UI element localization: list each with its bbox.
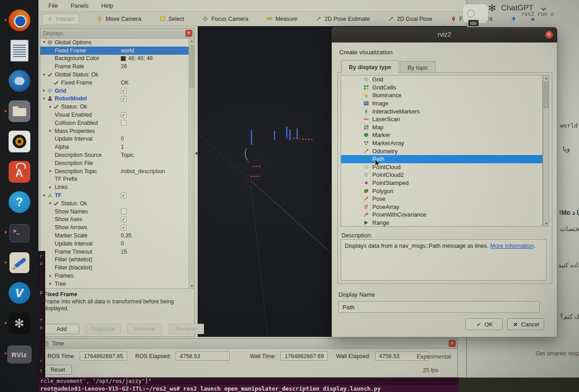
menu-panels[interactable]: Panels <box>65 1 94 10</box>
display-type-pointstamped[interactable]: PointStamped <box>341 179 542 187</box>
reset-button[interactable]: Reset <box>44 365 72 375</box>
displays-row-global-status-ok[interactable]: Global Status: Ok <box>40 71 190 79</box>
expander-right-icon[interactable] <box>47 104 53 109</box>
property-value[interactable]: 1 <box>121 144 124 150</box>
displays-row-robotmodel[interactable]: RobotModel✓ <box>40 95 190 103</box>
time-field-value[interactable]: 4758.53 <box>176 351 230 361</box>
property-value[interactable] <box>121 208 127 214</box>
checkbox-off[interactable] <box>121 120 127 126</box>
displays-row-collision-enabled[interactable]: Collision Enabled <box>40 119 190 127</box>
expander-right-icon[interactable] <box>47 169 53 174</box>
scrollbar-thumb[interactable] <box>190 45 194 88</box>
scroll-up-icon[interactable]: ▲ <box>190 39 194 43</box>
display-type-map[interactable]: Map <box>341 123 542 132</box>
property-value[interactable]: ✓ <box>121 96 127 102</box>
display-type-laserscan[interactable]: LaserScan <box>341 115 542 123</box>
displays-row-background-color[interactable]: Background Color48; 48; 48 <box>40 55 190 63</box>
display-type-range[interactable]: Range <box>341 219 542 227</box>
display-type-posewithcovariance[interactable]: PoseWithCovariance <box>341 211 542 219</box>
displays-row-marker-scale[interactable]: Marker Scale0.35 <box>40 231 190 240</box>
tab-by-topic[interactable]: By topic <box>400 61 436 73</box>
more-information-link[interactable]: More Information <box>490 242 534 249</box>
expander-down-icon[interactable] <box>41 40 47 45</box>
property-value[interactable]: 0 <box>121 241 124 247</box>
remove-button[interactable]: Remove <box>127 324 162 334</box>
checkbox-off[interactable] <box>121 208 127 214</box>
dock-thunderbird-mail[interactable] <box>4 69 35 93</box>
tool-add-tool[interactable] <box>506 14 521 24</box>
property-value[interactable]: ✓ <box>121 193 127 198</box>
tool-measure[interactable]: Measure <box>262 14 302 24</box>
property-value[interactable]: Topic <box>121 152 134 158</box>
dock-chatgpt[interactable]: ✻ <box>4 311 35 335</box>
displays-row-links[interactable]: Links <box>40 183 190 191</box>
displays-row-filter-whitelist-[interactable]: Filter (whitelist) <box>40 256 190 264</box>
cancel-button[interactable]: Cancel <box>507 318 544 330</box>
property-value[interactable]: 0.35 <box>121 232 132 239</box>
dock-libreoffice-writer[interactable] <box>4 38 35 63</box>
displays-row-status-ok[interactable]: Status: Ok <box>40 199 190 208</box>
displays-row-description-source[interactable]: Description SourceTopic <box>40 151 190 159</box>
expander-down-icon[interactable] <box>41 72 47 77</box>
display-type-path[interactable]: Path <box>341 155 542 163</box>
scrollbar-thumb[interactable] <box>544 82 548 108</box>
displays-row-frame-timeout[interactable]: Frame Timeout15 <box>40 248 190 256</box>
expander-right-icon[interactable] <box>47 281 53 286</box>
displays-close-button[interactable]: ✕ <box>185 30 192 37</box>
tool-interact[interactable]: Interact <box>42 14 79 24</box>
time-close-button[interactable]: ✕ <box>449 340 456 347</box>
expander-right-icon[interactable] <box>47 201 53 206</box>
displays-row-grid[interactable]: Grid✓ <box>40 87 190 95</box>
property-value[interactable]: 15 <box>121 249 127 255</box>
expander-down-icon[interactable] <box>41 96 47 101</box>
dialog-titlebar[interactable]: rviz2 ✕ <box>332 27 557 43</box>
terminal-window[interactable]: rcle_movement', '/opt/ros/jazzy']" root@… <box>38 378 459 392</box>
dock-v-app[interactable]: V <box>4 281 35 305</box>
splitter-handle[interactable] <box>195 151 198 156</box>
displays-row-show-arrows[interactable]: Show Arrows✓ <box>40 223 190 231</box>
dialog-close-button[interactable]: ✕ <box>545 31 553 39</box>
display-name-input[interactable] <box>338 301 540 313</box>
display-type-posearray[interactable]: PoseArray <box>341 203 542 211</box>
checkbox-on[interactable]: ✓ <box>121 88 127 94</box>
tool-2d-goal-pose[interactable]: 2D Goal Pose <box>384 14 437 24</box>
display-type-markerarray[interactable]: MarkerArray <box>341 139 542 147</box>
property-value[interactable]: OK <box>121 80 129 86</box>
scroll-up-icon[interactable]: ▲ <box>545 76 548 80</box>
displays-scrollbar[interactable]: ▲ ▼ <box>189 38 194 288</box>
displays-row-visual-enabled[interactable]: Visual Enabled✓ <box>40 111 190 119</box>
checkbox-on[interactable]: ✓ <box>121 193 127 198</box>
tool-2d-pose-estimate[interactable]: 2D Pose Estimate <box>312 14 374 24</box>
dock-media-player[interactable] <box>4 129 35 154</box>
display-type-odometry[interactable]: Odometry <box>341 147 542 155</box>
tab-by-display-type[interactable]: By display type <box>341 60 399 73</box>
displays-row-status-ok[interactable]: Status: Ok <box>40 103 190 111</box>
list-scrollbar[interactable]: ▲ ▼ <box>543 75 549 227</box>
dock-firefox-browser[interactable] <box>4 8 35 33</box>
display-type-marker[interactable]: Marker <box>341 131 542 139</box>
displays-row-tf[interactable]: TF✓ <box>40 191 190 199</box>
rename-button[interactable]: Rename <box>169 324 204 334</box>
scroll-down-icon[interactable]: ▼ <box>190 284 194 288</box>
dock-help[interactable]: ? <box>4 190 35 214</box>
expander-right-icon[interactable] <box>47 185 53 190</box>
displays-row-update-interval[interactable]: Update Interval0 <box>40 240 190 248</box>
property-value[interactable]: 0 <box>121 136 124 142</box>
displays-row-frame-rate[interactable]: Frame Rate26 <box>40 62 190 71</box>
checkbox-on[interactable]: ✓ <box>121 225 127 231</box>
displays-row-tf-prefix[interactable]: TF Prefix <box>40 175 190 184</box>
display-type-pointcloud2[interactable]: PointCloud2 <box>341 171 542 179</box>
property-value[interactable]: 26 <box>121 63 127 70</box>
displays-row-show-axes[interactable]: Show Axes✓ <box>40 216 190 224</box>
property-value[interactable]: ✓ <box>121 217 127 222</box>
property-value[interactable]: ✓ <box>121 225 127 231</box>
dock-software-center[interactable]: A <box>4 160 35 184</box>
displays-row-mass-properties[interactable]: Mass Properties <box>40 127 190 135</box>
displays-row-description-file[interactable]: Description File <box>40 159 190 167</box>
duplicate-button[interactable]: Duplicate <box>85 324 121 334</box>
property-value[interactable] <box>121 120 127 126</box>
displays-row-fixed-frame[interactable]: Fixed Frameworld <box>40 47 190 55</box>
checkbox-on[interactable]: ✓ <box>121 217 127 222</box>
tool-focus-camera[interactable]: Focus Camera <box>198 14 252 24</box>
displays-row-global-options[interactable]: Global Options <box>40 38 190 47</box>
